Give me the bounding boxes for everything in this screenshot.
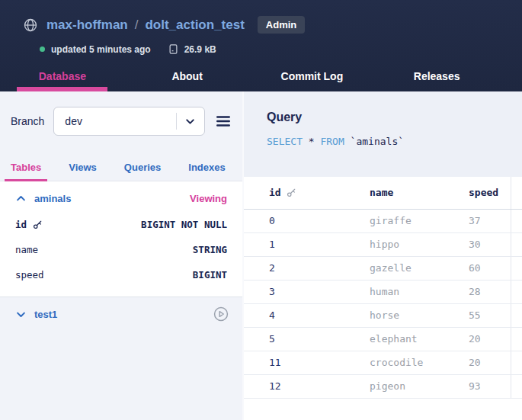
primary-key-icon [287,188,296,197]
table-row[interactable]: 1 hippo 30 [244,232,522,256]
owner-link[interactable]: max-hoffman [46,18,128,33]
column-header-label: id [269,187,281,198]
nav-tab-releases[interactable]: Releases [374,70,499,82]
table-row[interactable]: 5 elephant 20 [244,327,522,351]
repo-link[interactable]: dolt_action_test [145,18,244,33]
cell-id: 1 [244,232,370,256]
repo-meta-row: updated 5 minutes ago 26.9 kB [0,34,522,55]
branch-select-value: dev [65,115,176,127]
content-area: Branch dev Tables [0,91,522,420]
cell-speed: 20 [469,351,511,374]
cell-id: 4 [244,303,370,327]
column-name: id [15,219,27,230]
sql-keyword: FROM [320,136,344,147]
column-header-name[interactable]: name [370,177,469,209]
query-title: Query [267,111,507,124]
query-results-table: id name speed [244,177,522,399]
title-separator: / [135,18,139,33]
database-sidebar: Branch dev Tables [0,91,244,420]
nav-tab-database[interactable]: Database [0,70,125,82]
tab-indexes[interactable]: Indexes [182,155,231,181]
cell-name: gazelle [370,256,469,280]
cell-name: giraffe [370,209,469,232]
branch-selector-row: Branch dev [0,91,242,136]
sql-query-text: SELECT * FROM `aminals` [267,136,507,147]
repo-nav: Database About Commit Log Releases [0,66,499,87]
sql-keyword: SELECT [267,136,303,147]
cell-id: 11 [244,351,370,374]
query-panel: Query SELECT * FROM `aminals` [244,91,522,177]
table-row[interactable]: 0 giraffe 37 [244,209,522,232]
cell-id: 12 [244,374,370,398]
column-name: speed [15,269,44,281]
cell-name: human [370,280,469,303]
table-item-test1[interactable]: test1 [0,297,242,331]
column-name: name [15,244,38,255]
cell-speed: 37 [469,209,511,232]
nav-tab-commit-log[interactable]: Commit Log [250,70,375,82]
cell-name: pigeon [370,374,469,398]
cell-id: 3 [244,280,370,303]
table-row[interactable]: 12 pigeon 93 [244,374,522,398]
cell-speed: 55 [469,303,511,327]
nav-active-indicator [17,87,107,91]
query-results-panel: Query SELECT * FROM `aminals` id [244,91,522,420]
globe-icon [23,18,38,33]
dolthub-database-page: max-hoffman / dolt_action_test Admin upd… [0,0,522,420]
cell-name: hippo [370,232,469,256]
table-item-aminals[interactable]: aminals Viewing [15,191,227,212]
sql-star: * [309,136,315,147]
viewing-badge: Viewing [190,193,227,204]
table-row[interactable]: 3 human 28 [244,280,522,303]
admin-badge: Admin [258,16,305,34]
sidebar-tabs: Tables Views Queries Indexes [0,155,242,181]
hamburger-menu-icon[interactable] [215,113,232,130]
repo-size-icon [168,43,179,55]
sql-table-ref: `aminals` [351,136,404,147]
nav-tab-about[interactable]: About [125,70,250,82]
primary-key-icon [33,220,43,229]
chevron-down-icon [184,115,197,128]
cell-speed: 20 [469,327,511,351]
cell-speed: 28 [469,280,511,303]
table-row[interactable]: 11 crocodile 20 [244,351,522,374]
table-row[interactable]: 4 horse 55 [244,303,522,327]
cell-speed: 93 [469,374,511,398]
results-header-row: id name speed [244,177,522,209]
cell-id: 5 [244,327,370,351]
column-type: BIGINT [193,269,227,281]
tab-views[interactable]: Views [62,155,103,181]
repo-title-row: max-hoffman / dolt_action_test Admin [0,0,522,34]
column-row-id: id BIGINT NOT NULL [15,212,227,237]
branch-label: Branch [11,115,44,127]
table-name: aminals [34,193,71,204]
run-table-query-icon[interactable] [213,306,229,322]
repo-header: max-hoffman / dolt_action_test Admin upd… [0,0,522,91]
column-type: BIGINT NOT NULL [141,219,227,230]
cell-id: 2 [244,256,370,280]
branch-select-divider [176,113,177,130]
column-row-name: name STRING [15,237,227,262]
table-name: test1 [34,309,57,320]
column-header-id[interactable]: id [244,177,370,209]
cell-speed: 60 [469,256,511,280]
tab-queries[interactable]: Queries [118,155,167,181]
cell-name: elephant [370,327,469,351]
tab-tables[interactable]: Tables [5,155,47,181]
chevron-up-icon [15,193,27,204]
column-row-speed: speed BIGINT [15,262,227,287]
column-header-speed[interactable]: speed [469,177,511,209]
chevron-down-icon [15,309,27,320]
branch-select[interactable]: dev [53,107,205,136]
cell-id: 0 [244,209,370,232]
expanded-table-card: aminals Viewing id BIGINT NOT NULL name [0,181,242,297]
cell-name: crocodile [370,351,469,374]
cell-speed: 30 [469,232,511,256]
table-row[interactable]: 2 gazelle 60 [244,256,522,280]
repo-size-text: 26.9 kB [184,44,216,55]
updated-text: updated 5 minutes ago [51,44,151,55]
cell-name: horse [370,303,469,327]
column-type: STRING [193,244,227,255]
updated-status-dot [40,46,45,52]
